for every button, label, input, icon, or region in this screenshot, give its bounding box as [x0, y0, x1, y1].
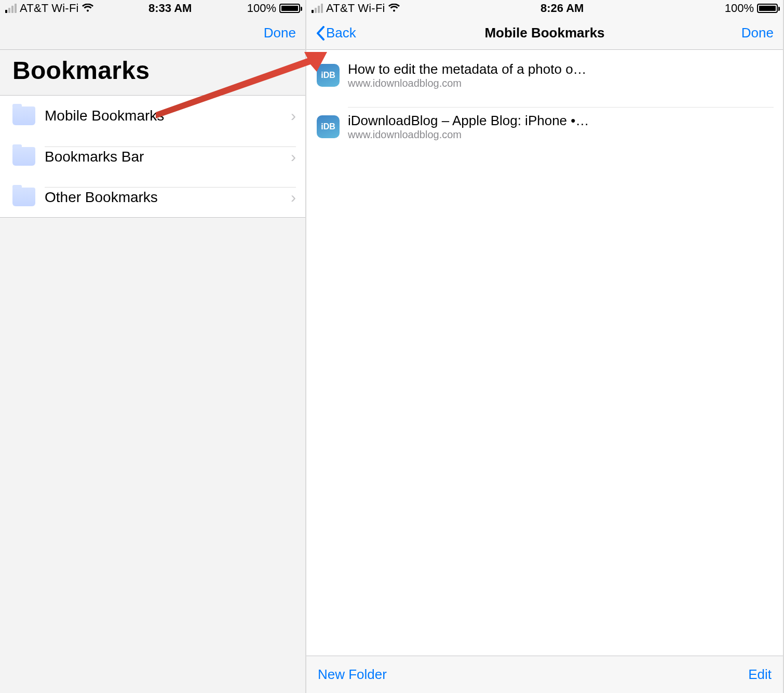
- folder-icon: [12, 106, 35, 125]
- back-label: Back: [326, 25, 356, 41]
- toolbar: New Folder Edit: [306, 656, 783, 693]
- folder-icon: [12, 188, 35, 206]
- chevron-right-icon: ›: [291, 148, 296, 166]
- folder-list: Mobile Bookmarks › Bookmarks Bar › Other…: [0, 95, 305, 218]
- battery-percent: 100%: [725, 2, 754, 15]
- folder-label: Bookmarks Bar: [45, 149, 144, 165]
- wifi-icon: [388, 4, 400, 13]
- bookmark-row[interactable]: iDB How to edit the metadata of a photo …: [306, 50, 783, 101]
- chevron-right-icon: ›: [291, 189, 296, 206]
- site-favicon: iDB: [317, 64, 340, 87]
- folder-label: Mobile Bookmarks: [45, 108, 164, 124]
- bookmark-row[interactable]: iDB iDownloadBlog – Apple Blog: iPhone •…: [306, 101, 783, 152]
- edit-button[interactable]: Edit: [748, 667, 772, 683]
- clock: 8:26 AM: [540, 2, 584, 15]
- chevron-right-icon: ›: [291, 107, 296, 125]
- nav-title: Mobile Bookmarks: [362, 25, 727, 41]
- clock: 8:33 AM: [148, 2, 192, 15]
- folder-icon: [12, 147, 35, 166]
- status-bar: AT&T Wi-Fi 8:33 AM 100%: [0, 0, 305, 17]
- battery-icon: [757, 4, 778, 13]
- battery-percent: 100%: [247, 2, 276, 15]
- done-button[interactable]: Done: [727, 25, 774, 41]
- folder-row[interactable]: Bookmarks Bar ›: [0, 136, 305, 177]
- new-folder-button[interactable]: New Folder: [318, 667, 387, 683]
- done-button[interactable]: Done: [249, 25, 296, 41]
- battery-icon: [279, 4, 300, 13]
- page-title: Bookmarks: [0, 50, 305, 95]
- carrier-label: AT&T Wi-Fi: [20, 2, 79, 15]
- nav-bar: Back Mobile Bookmarks Done: [306, 17, 783, 50]
- site-favicon: iDB: [317, 115, 340, 138]
- folder-row[interactable]: Other Bookmarks ›: [0, 177, 305, 217]
- cell-signal-icon: [5, 4, 17, 13]
- folder-label: Other Bookmarks: [45, 189, 158, 206]
- cell-signal-icon: [312, 4, 323, 13]
- chevron-left-icon: [316, 26, 325, 41]
- carrier-label: AT&T Wi-Fi: [326, 2, 385, 15]
- folder-row[interactable]: Mobile Bookmarks ›: [0, 96, 305, 136]
- bookmark-list: iDB How to edit the metadata of a photo …: [306, 50, 783, 152]
- nav-bar: Done: [0, 17, 305, 50]
- bookmark-title: How to edit the metadata of a photo o…: [348, 61, 774, 77]
- status-bar: AT&T Wi-Fi 8:26 AM 100%: [306, 0, 783, 17]
- bookmark-url: www.idownloadblog.com: [348, 129, 774, 141]
- bookmark-title: iDownloadBlog – Apple Blog: iPhone •…: [348, 113, 774, 129]
- wifi-icon: [82, 4, 93, 13]
- back-button[interactable]: Back: [316, 25, 362, 41]
- bookmark-url: www.idownloadblog.com: [348, 77, 774, 89]
